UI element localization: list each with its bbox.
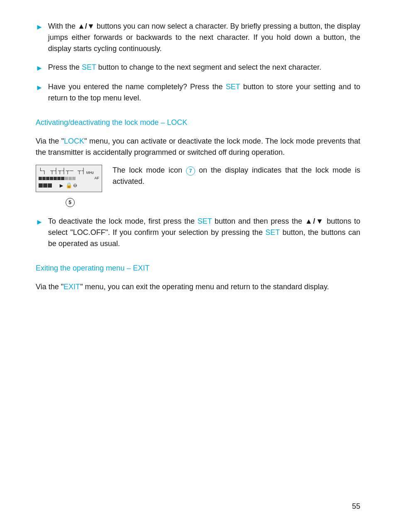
bullet-text-1: With the ▲/▼ buttons you can now select … — [48, 21, 360, 54]
lock-keyword: LOCK — [64, 137, 84, 145]
af-label: AF — [94, 176, 99, 181]
signal-bars — [39, 177, 76, 180]
page: ► With the ▲/▼ buttons you can now selec… — [0, 0, 396, 532]
bullet-text-3: Have you entered the name completely? Pr… — [48, 81, 360, 104]
lock-display-icon: 🔒 — [66, 181, 72, 190]
section-lock-title: Activating/deactivating the lock mode – … — [36, 117, 360, 128]
display-illustration: └┐ ┬┤┬┤┬─ ┬┤ MHz — [36, 165, 102, 192]
annotation-text: The lock mode icon 7 on the display indi… — [112, 165, 360, 187]
display-bottom-icons-row: ► 🔒 O — [39, 181, 99, 190]
bullet-arrow-1: ► — [36, 22, 43, 33]
bullet-item-2: ► Press the SET button to change to the … — [36, 62, 360, 74]
bullet-item-1: ► With the ▲/▼ buttons you can now selec… — [36, 21, 360, 54]
bullet-item-3: ► Have you entered the name completely? … — [36, 81, 360, 104]
exit-keyword: EXIT — [64, 283, 80, 291]
set-keyword-3: SET — [198, 217, 212, 225]
page-number: 55 — [352, 501, 360, 512]
set-keyword-1: SET — [82, 63, 96, 71]
mini-squares — [39, 183, 56, 188]
display-freq-row: └┐ ┬┤┬┤┬─ ┬┤ MHz — [39, 167, 99, 176]
exit-body-text: Via the "EXIT" menu, you can exit the op… — [36, 281, 360, 293]
bars-af-row: AF — [39, 176, 99, 181]
bullet-arrow-3: ► — [36, 82, 43, 93]
mhz-label: MHz — [86, 170, 94, 176]
bullet-arrow-2: ► — [36, 63, 43, 74]
section-exit-title: Exiting the operating menu – EXIT — [36, 263, 360, 274]
set-keyword-4: SET — [265, 228, 280, 237]
circle-7: 7 — [186, 166, 195, 176]
bullet-text-2: Press the SET button to change to the ne… — [48, 62, 360, 73]
display-illustration-wrap: └┐ ┬┤┬┤┬─ ┬┤ MHz — [36, 165, 104, 207]
arrow-symbol: ► — [59, 181, 64, 190]
circle-5: 5 — [66, 198, 75, 207]
lock-body-text: Via the "LOCK" menu, you can activate or… — [36, 136, 360, 158]
bullet-arrow-4: ► — [36, 217, 43, 228]
lock-annotation-row: └┐ ┬┤┬┤┬─ ┬┤ MHz — [36, 165, 360, 207]
bullet-text-4: To deactivate the lock mode, first press… — [48, 216, 360, 249]
set-keyword-2: SET — [226, 83, 240, 91]
bullet-item-4: ► To deactivate the lock mode, first pre… — [36, 216, 360, 249]
lock-strike: O — [73, 182, 77, 189]
